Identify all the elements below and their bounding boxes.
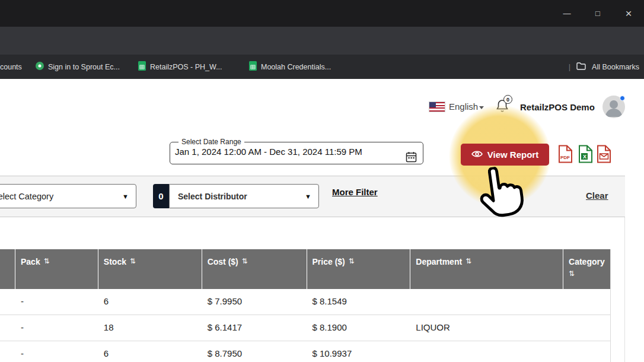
svg-text:PDF: PDF <box>560 155 570 160</box>
bookmark-label: Sign in to Sprout Ec... <box>48 63 120 71</box>
sort-icon: ⇅ <box>569 269 575 278</box>
table-cell-pack: - <box>15 315 98 341</box>
table-cell-cost: $ 7.9950 <box>202 289 307 315</box>
table-cell-department <box>410 341 563 362</box>
sort-icon: ⇅ <box>349 257 355 265</box>
svg-text:X: X <box>583 154 586 160</box>
table-header-row: Pack ⇅ Stock ⇅ Cost ($) ⇅ Price ($) ⇅ De… <box>0 249 610 289</box>
calendar-icon[interactable] <box>406 151 417 165</box>
date-range-legend: Select Date Range <box>178 138 244 146</box>
table-cell-pack: - <box>15 341 98 362</box>
export-pdf-icon[interactable]: PDF <box>558 145 573 166</box>
table-cell-department: LIQUOR <box>410 315 563 341</box>
bookmark-label: Moolah Credentials... <box>261 63 331 71</box>
category-select-value: Select Category <box>0 192 53 201</box>
view-report-label: View Report <box>487 150 538 160</box>
table-header-partial <box>0 249 15 289</box>
date-range-field[interactable]: Select Date Range Jan 1, 2024 12:00 AM -… <box>170 138 423 164</box>
table-row: - 18 $ 6.1417 $ 8.1900 LIQUOR <box>0 315 610 341</box>
column-label: Stock <box>104 257 126 266</box>
table-header-cost[interactable]: Cost ($) ⇅ <box>202 249 307 289</box>
eye-icon <box>471 150 483 160</box>
table-cell-category <box>563 289 610 315</box>
hand-pointer-icon <box>470 163 530 229</box>
table-header-department[interactable]: Department ⇅ <box>410 249 563 289</box>
bookmark-label: counts <box>0 63 22 71</box>
presence-dot <box>620 96 625 101</box>
more-filter-link[interactable]: More Filter <box>332 187 378 197</box>
table-cell-category <box>563 315 610 341</box>
category-select[interactable]: Select Category ▼ <box>0 184 136 208</box>
bookmark-item[interactable]: RetailzPOS - PH_W... <box>138 55 222 79</box>
table-cell-cost: $ 6.1417 <box>202 315 307 341</box>
favicon-sheets-icon <box>138 61 146 73</box>
table-cell <box>0 289 15 315</box>
user-name: RetailzPOS Demo <box>520 102 595 112</box>
bookmark-item[interactable]: Moolah Credentials... <box>249 55 331 79</box>
column-label: Price ($) <box>313 257 345 266</box>
distributor-filter: 0 Select Distributor ▼ <box>153 184 319 208</box>
date-range-value: Jan 1, 2024 12:00 AM - Dec 31, 2024 11:5… <box>175 147 423 157</box>
column-label: Cost ($) <box>208 257 238 266</box>
folder-icon <box>576 62 586 72</box>
sort-icon: ⇅ <box>44 257 50 265</box>
sort-icon: ⇅ <box>242 257 248 265</box>
distributor-select-value: Select Distributor <box>170 192 247 201</box>
all-bookmarks[interactable]: | All Bookmarks <box>569 55 639 79</box>
column-label: Pack <box>21 257 40 266</box>
export-email-icon[interactable] <box>597 145 613 166</box>
table-cell <box>0 341 15 362</box>
language-selector[interactable]: English <box>449 101 478 112</box>
bookmarks-bar: counts Sign in to Sprout Ec... RetailzPO… <box>0 55 644 79</box>
favicon-sprout-icon <box>36 62 44 72</box>
column-label: Department <box>416 257 462 266</box>
clear-filters-link[interactable]: Clear <box>586 190 608 201</box>
sort-icon: ⇅ <box>466 257 471 265</box>
report-table: Pack ⇅ Stock ⇅ Cost ($) ⇅ Price ($) ⇅ De… <box>0 249 611 362</box>
table-cell-price: $ 8.1900 <box>307 315 410 341</box>
table-cell <box>0 315 15 341</box>
dropdown-arrow-icon: ▼ <box>122 193 129 200</box>
table-cell-stock: 18 <box>98 315 202 341</box>
separator: | <box>569 62 570 71</box>
table-cell-department <box>410 289 563 315</box>
browser-toolbar: ☆ Incognito ⋮ <box>0 27 644 55</box>
view-report-button[interactable]: View Report <box>461 144 549 166</box>
close-button[interactable]: × <box>613 0 644 27</box>
bookmark-label: RetailzPOS - PH_W... <box>150 63 222 71</box>
table-header-category[interactable]: Category ⇅ <box>563 249 610 289</box>
us-flag-icon <box>429 102 445 112</box>
table-cell-price: $ 10.9937 <box>307 341 410 362</box>
table-header-pack[interactable]: Pack ⇅ <box>15 249 98 289</box>
table-header-price[interactable]: Price ($) ⇅ <box>307 249 410 289</box>
distributor-count-badge: 0 <box>153 184 169 208</box>
table-row: - 6 $ 7.9950 $ 8.1549 <box>0 289 610 315</box>
minimize-button[interactable]: — <box>551 0 582 27</box>
table-row: - 6 $ 8.7950 $ 10.9937 <box>0 341 610 362</box>
bookmark-item[interactable]: Sign in to Sprout Ec... <box>36 55 120 79</box>
sort-icon: ⇅ <box>130 257 136 265</box>
distributor-select[interactable]: Select Distributor ▼ <box>169 184 319 208</box>
screen: — □ × ☆ Incognito ⋮ counts Sign <box>0 0 644 362</box>
notification-count-badge: 0 <box>503 95 512 104</box>
table-header-stock[interactable]: Stock ⇅ <box>98 249 202 289</box>
window-titlebar: — □ × <box>0 0 644 27</box>
maximize-button[interactable]: □ <box>582 0 613 27</box>
export-excel-icon[interactable]: X <box>578 145 593 166</box>
column-label: Category <box>569 257 605 266</box>
table-cell-category <box>563 341 610 362</box>
table-cell-cost: $ 8.7950 <box>202 341 307 362</box>
table-cell-stock: 6 <box>98 289 202 315</box>
table-cell-pack: - <box>15 289 98 315</box>
table-cell-stock: 6 <box>98 341 202 362</box>
window-controls: — □ × <box>551 0 644 27</box>
table-cell-price: $ 8.1549 <box>307 289 410 315</box>
favicon-sheets-icon <box>249 61 257 73</box>
dropdown-arrow-icon: ▼ <box>305 193 311 200</box>
all-bookmarks-label: All Bookmarks <box>592 63 639 71</box>
bookmark-item[interactable]: counts <box>0 55 22 79</box>
